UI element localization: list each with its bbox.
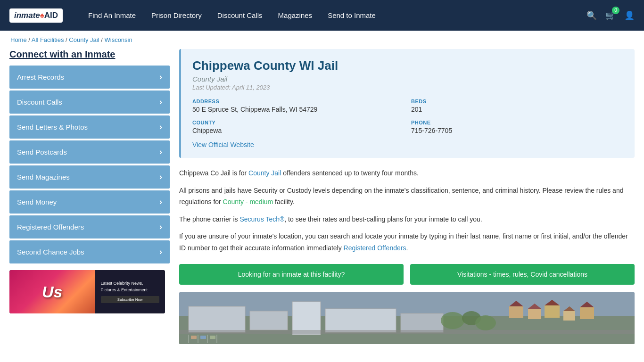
arrow-icon: › <box>159 97 162 107</box>
beds-label: BEDS <box>411 99 623 104</box>
facility-image <box>179 292 635 344</box>
beds-group: BEDS 201 <box>411 99 623 113</box>
svg-rect-16 <box>200 336 206 339</box>
svg-rect-22 <box>580 307 594 319</box>
breadcrumb-all-facilities[interactable]: All Facilities <box>32 36 64 43</box>
county-group: COUNTY Chippewa <box>192 120 405 134</box>
nav-find-inmate[interactable]: Find An Inmate <box>82 7 142 24</box>
arrow-icon: › <box>159 247 162 257</box>
sidebar-item-send-money[interactable]: Send Money › <box>9 190 170 214</box>
phone-label: PHONE <box>411 120 623 125</box>
sidebar-title: Connect with an Inmate <box>9 49 170 60</box>
action-buttons: Looking for an inmate at this facility? … <box>179 264 635 285</box>
ad-image-area: Us <box>9 270 95 313</box>
cart-badge: 0 <box>612 7 619 14</box>
sidebar-item-label: Discount Calls <box>17 98 62 106</box>
sidebar-item-send-letters[interactable]: Send Letters & Photos › <box>9 115 170 139</box>
facility-description: Chippewa Co Jail is for County Jail offe… <box>179 165 635 256</box>
svg-rect-5 <box>325 309 396 332</box>
county-label: COUNTY <box>192 120 405 125</box>
arrow-icon: › <box>159 72 162 82</box>
official-website-link[interactable]: View Official Website <box>192 141 254 148</box>
nav-magazines[interactable]: Magazines <box>272 7 319 24</box>
svg-rect-15 <box>191 336 197 339</box>
arrow-icon: › <box>159 197 162 207</box>
address-value: 50 E Spruce St, Chippewa Falls, WI 54729 <box>192 106 405 113</box>
facility-aerial-view <box>179 292 635 344</box>
breadcrumb-wisconsin[interactable]: Wisconsin <box>104 36 132 43</box>
arrow-icon: › <box>159 172 162 182</box>
svg-rect-18 <box>509 306 523 318</box>
arrow-icon: › <box>159 122 162 132</box>
phone-group: PHONE 715-726-7705 <box>411 120 623 134</box>
breadcrumb: Home / All Facilities / County Jail / Wi… <box>0 31 644 49</box>
sidebar: Connect with an Inmate Arrest Records › … <box>9 49 170 344</box>
sidebar-item-discount-calls[interactable]: Discount Calls › <box>9 90 170 114</box>
ad-subscribe-button[interactable]: Subscribe Now <box>101 296 160 303</box>
ad-logo: Us <box>42 283 62 301</box>
sidebar-item-label: Second Chance Jobs <box>17 248 84 256</box>
facility-type: County Jail <box>192 75 623 83</box>
svg-point-8 <box>441 312 464 329</box>
arrow-icon: › <box>159 147 162 157</box>
sidebar-item-send-postcards[interactable]: Send Postcards › <box>9 140 170 164</box>
user-icon[interactable]: 👤 <box>624 10 635 21</box>
desc-paragraph-2: All prisons and jails have Security or C… <box>179 185 635 208</box>
nav-discount-calls[interactable]: Discount Calls <box>211 7 269 24</box>
breadcrumb-home[interactable]: Home <box>10 36 27 43</box>
official-link: View Official Website <box>192 141 623 148</box>
svg-point-10 <box>475 315 496 330</box>
sidebar-item-registered-offenders[interactable]: Registered Offenders › <box>9 215 170 239</box>
facility-details-grid: ADDRESS 50 E Spruce St, Chippewa Falls, … <box>192 99 623 134</box>
sidebar-item-label: Send Magazines <box>17 173 70 181</box>
svg-rect-20 <box>545 305 560 318</box>
registered-offenders-link[interactable]: Registered Offenders <box>344 244 406 252</box>
desc-paragraph-3: The phone carrier is Securus Tech®, to s… <box>179 214 635 225</box>
svg-rect-2 <box>189 306 245 332</box>
svg-rect-17 <box>210 336 215 339</box>
svg-rect-7 <box>179 330 635 334</box>
county-value: Chippewa <box>192 127 405 134</box>
ad-text-area: Latest Celebrity News, Pictures & Entert… <box>95 270 165 313</box>
county-medium-link[interactable]: County - medium <box>223 198 273 206</box>
facility-name: Chippewa County WI Jail <box>192 58 623 73</box>
navbar: inmate ♠ AID Find An Inmate Prison Direc… <box>0 0 644 31</box>
svg-rect-3 <box>250 311 288 330</box>
nav-prison-directory[interactable]: Prison Directory <box>145 7 208 24</box>
navbar-icons: 🔍 🛒 0 👤 <box>586 10 635 21</box>
securus-link[interactable]: Securus Tech® <box>239 215 284 223</box>
desc-paragraph-4: If you are unsure of your inmate's locat… <box>179 230 635 254</box>
phone-value: 715-726-7705 <box>411 127 623 134</box>
cart-wrapper[interactable]: 🛒 0 <box>605 10 616 21</box>
nav-send-to-inmate[interactable]: Send to Inmate <box>321 7 382 24</box>
sidebar-item-label: Arrest Records <box>17 73 64 81</box>
address-label: ADDRESS <box>192 99 405 104</box>
breadcrumb-county-jail[interactable]: County Jail <box>69 36 99 43</box>
ad-headline: Latest Celebrity News, Pictures & Entert… <box>101 280 160 293</box>
visitation-button[interactable]: Visitations - times, rules, Covid cancel… <box>410 264 635 285</box>
navbar-nav: Find An Inmate Prison Directory Discount… <box>82 7 586 24</box>
beds-value: 201 <box>411 106 623 113</box>
sidebar-item-second-chance-jobs[interactable]: Second Chance Jobs › <box>9 240 170 263</box>
search-icon[interactable]: 🔍 <box>586 10 597 21</box>
svg-rect-19 <box>528 309 541 319</box>
sidebar-item-arrest-records[interactable]: Arrest Records › <box>9 66 170 89</box>
desc-paragraph-1: Chippewa Co Jail is for County Jail offe… <box>179 167 635 179</box>
sidebar-item-label: Send Letters & Photos <box>17 123 88 131</box>
content-area: Chippewa County WI Jail County Jail Last… <box>179 49 635 344</box>
arrow-icon: › <box>159 222 162 232</box>
sidebar-item-label: Send Postcards <box>17 148 67 156</box>
sidebar-item-label: Registered Offenders <box>17 223 84 231</box>
logo[interactable]: inmate ♠ AID <box>9 8 63 23</box>
svg-rect-6 <box>401 313 443 332</box>
sidebar-item-send-magazines[interactable]: Send Magazines › <box>9 165 170 189</box>
facility-updated: Last Updated: April 11, 2023 <box>192 84 623 91</box>
county-jail-link-1[interactable]: County Jail <box>248 169 281 177</box>
svg-rect-4 <box>292 302 321 335</box>
main-layout: Connect with an Inmate Arrest Records › … <box>0 49 644 354</box>
sidebar-item-label: Send Money <box>17 198 57 206</box>
advertisement[interactable]: Us Latest Celebrity News, Pictures & Ent… <box>9 270 165 313</box>
address-group: ADDRESS 50 E Spruce St, Chippewa Falls, … <box>192 99 405 113</box>
find-inmate-button[interactable]: Looking for an inmate at this facility? <box>179 264 404 285</box>
svg-rect-21 <box>563 311 575 321</box>
